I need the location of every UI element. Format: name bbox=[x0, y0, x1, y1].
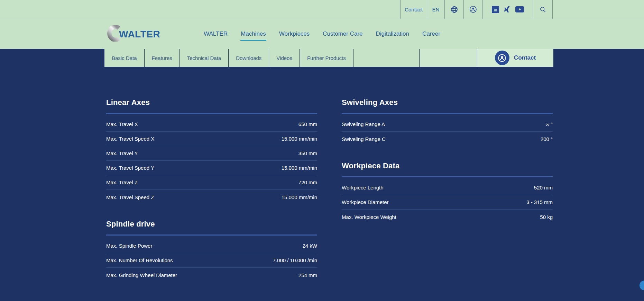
technical-data-content: Linear AxesMax. Travel X650 mmMax. Trave… bbox=[0, 67, 644, 301]
spec-section: Workpiece DataWorkpiece Length520 mmWork… bbox=[342, 161, 553, 224]
youtube-icon[interactable] bbox=[515, 6, 524, 12]
tab-further-products[interactable]: Further Products bbox=[300, 49, 353, 67]
spec-value: 50 kg bbox=[540, 214, 553, 220]
subnav-bar: Basic DataFeaturesTechnical DataDownload… bbox=[0, 49, 644, 67]
spec-label: Max. Travel Y bbox=[106, 150, 138, 156]
main-header: WALTER WALTERMachinesWorkpiecesCustomer … bbox=[0, 19, 644, 49]
linkedin-icon[interactable]: in bbox=[492, 6, 499, 13]
nav-item-customer-care[interactable]: Customer Care bbox=[322, 27, 363, 41]
spec-row: Max. Workpiece Weight50 kg bbox=[342, 210, 553, 224]
nav-item-walter[interactable]: WALTER bbox=[203, 27, 228, 41]
tab-features[interactable]: Features bbox=[145, 49, 180, 67]
tab-technical-data[interactable]: Technical Data bbox=[180, 49, 229, 67]
spec-row: Max. Grinding Wheel Diameter254 mm bbox=[106, 268, 317, 282]
spec-label: Max. Travel Speed Y bbox=[106, 165, 154, 171]
spec-value: 15.000 mm/min bbox=[282, 136, 317, 142]
spec-label: Workpiece Diameter bbox=[342, 199, 389, 205]
nav-item-machines[interactable]: Machines bbox=[240, 27, 266, 41]
spec-row: Swiveling Range C200 ° bbox=[342, 132, 553, 146]
social-links: in bbox=[482, 0, 533, 19]
spec-row: Workpiece Length520 mm bbox=[342, 180, 553, 195]
xing-icon[interactable] bbox=[504, 6, 511, 13]
section-title: Workpiece Data bbox=[342, 161, 553, 170]
section-underline bbox=[342, 113, 553, 114]
spec-row: Swiveling Range A∞ ° bbox=[342, 117, 553, 132]
spec-label: Max. Travel Speed Z bbox=[106, 194, 154, 200]
tab-basic-data[interactable]: Basic Data bbox=[104, 49, 145, 67]
section-title: Spindle drive bbox=[106, 220, 317, 229]
nav-item-workpieces[interactable]: Workpieces bbox=[279, 27, 310, 41]
spec-value: 15.000 mm/min bbox=[282, 194, 317, 200]
nav-item-digitalization[interactable]: Digitalization bbox=[376, 27, 410, 41]
specs-left-column: Linear AxesMax. Travel X650 mmMax. Trave… bbox=[106, 98, 317, 301]
contact-button[interactable]: Contact bbox=[477, 49, 553, 67]
tabstrip-spacer bbox=[353, 49, 420, 67]
spec-value: ∞ ° bbox=[545, 121, 553, 127]
spec-value: 254 mm bbox=[298, 272, 317, 278]
language-selector[interactable]: EN bbox=[427, 0, 444, 19]
spec-label: Max. Travel Z bbox=[106, 179, 138, 185]
topbar-contact-link[interactable]: Contact bbox=[400, 0, 427, 19]
spec-value: 350 mm bbox=[298, 150, 317, 156]
nav-item-career[interactable]: Career bbox=[422, 27, 441, 41]
spec-section: Swiveling AxesSwiveling Range A∞ °Swivel… bbox=[342, 98, 553, 146]
spec-value: 24 kW bbox=[302, 243, 317, 249]
spec-row: Max. Travel X650 mm bbox=[106, 117, 317, 132]
svg-text:in: in bbox=[494, 8, 497, 12]
spec-value: 200 ° bbox=[541, 136, 553, 142]
contact-button-label: Contact bbox=[514, 54, 536, 61]
spec-row: Max. Number Of Revolutions7.000 / 10.000… bbox=[106, 253, 317, 268]
spec-label: Swiveling Range A bbox=[342, 121, 385, 127]
tab-downloads[interactable]: Downloads bbox=[229, 49, 269, 67]
spec-label: Max. Spindle Power bbox=[106, 243, 152, 249]
section-underline bbox=[106, 113, 317, 114]
walter-logo[interactable]: WALTER bbox=[106, 25, 160, 42]
subnav-tabstrip: Basic DataFeaturesTechnical DataDownload… bbox=[104, 49, 553, 67]
spec-row: Max. Spindle Power24 kW bbox=[106, 239, 317, 253]
spec-label: Max. Travel Speed X bbox=[106, 136, 154, 142]
topbar: Contact EN in bbox=[0, 0, 644, 19]
account-icon[interactable] bbox=[463, 0, 482, 19]
logo-text: WALTER bbox=[119, 29, 160, 40]
tabstrip-spacer bbox=[420, 49, 477, 67]
spec-row: Max. Travel Speed Y15.000 mm/min bbox=[106, 161, 317, 175]
spec-label: Max. Grinding Wheel Diameter bbox=[106, 272, 177, 278]
section-title: Linear Axes bbox=[106, 98, 317, 107]
spec-row: Max. Travel Y350 mm bbox=[106, 146, 317, 161]
spec-value: 520 mm bbox=[534, 185, 553, 191]
spec-row: Max. Travel Speed X15.000 mm/min bbox=[106, 132, 317, 146]
spec-label: Max. Number Of Revolutions bbox=[106, 257, 173, 263]
spec-value: 7.000 / 10.000 /min bbox=[273, 257, 317, 263]
contact-at-icon bbox=[495, 51, 509, 65]
spec-label: Max. Workpiece Weight bbox=[342, 214, 396, 220]
section-underline bbox=[342, 176, 553, 177]
spec-value: 15.000 mm/min bbox=[282, 165, 317, 171]
spec-row: Max. Travel Z720 mm bbox=[106, 175, 317, 190]
spec-section: Linear AxesMax. Travel X650 mmMax. Trave… bbox=[106, 98, 317, 204]
spec-section: Spindle driveMax. Spindle Power24 kWMax.… bbox=[106, 220, 317, 282]
spec-row: Max. Travel Speed Z15.000 mm/min bbox=[106, 190, 317, 204]
spec-label: Swiveling Range C bbox=[342, 136, 386, 142]
spec-value: 3 - 315 mm bbox=[526, 199, 553, 205]
specs-right-column: Swiveling AxesSwiveling Range A∞ °Swivel… bbox=[342, 98, 553, 301]
search-icon[interactable] bbox=[533, 0, 553, 19]
spec-label: Max. Travel X bbox=[106, 121, 138, 127]
section-underline bbox=[106, 234, 317, 236]
spec-value: 650 mm bbox=[298, 121, 317, 127]
tab-videos[interactable]: Videos bbox=[269, 49, 300, 67]
main-nav: WALTERMachinesWorkpiecesCustomer CareDig… bbox=[203, 19, 441, 49]
globe-icon[interactable] bbox=[444, 0, 463, 19]
spec-label: Workpiece Length bbox=[342, 185, 384, 191]
section-title: Swiveling Axes bbox=[342, 98, 553, 107]
spec-value: 720 mm bbox=[298, 179, 317, 185]
spec-row: Workpiece Diameter3 - 315 mm bbox=[342, 195, 553, 210]
